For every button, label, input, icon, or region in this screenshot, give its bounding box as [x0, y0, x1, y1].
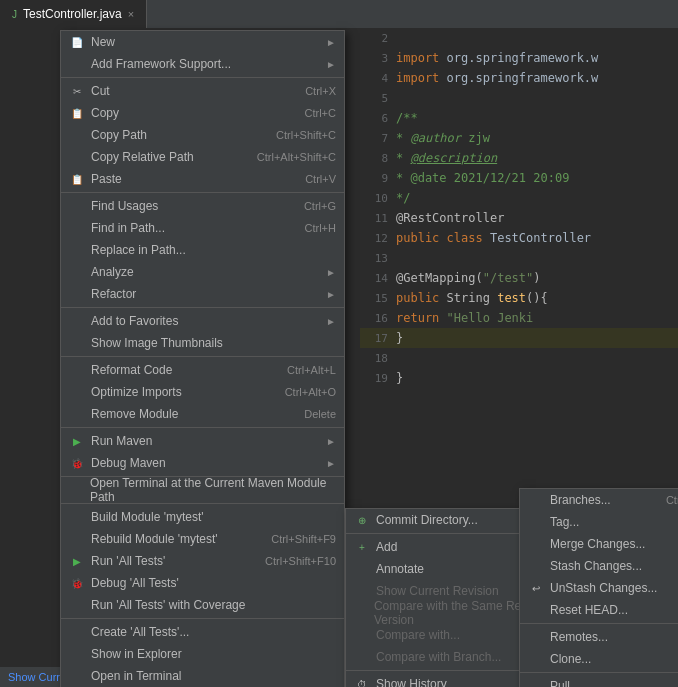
- menu-copy[interactable]: 📋Copy Ctrl+C: [61, 102, 344, 124]
- menu-run-maven[interactable]: ▶Run Maven ►: [61, 430, 344, 452]
- run-icon: ▶: [69, 433, 85, 449]
- tab-label: TestController.java: [23, 7, 122, 21]
- code-line-9: 9 * @date 2021/12/21 20:09: [360, 168, 678, 188]
- repository-submenu: Branches... Ctrl+Shift+' Tag... Merge Ch…: [519, 488, 678, 687]
- repo-reset-head[interactable]: Reset HEAD...: [520, 599, 678, 621]
- code-line-10: 10 */: [360, 188, 678, 208]
- sep3: [61, 307, 344, 308]
- repo-tag[interactable]: Tag...: [520, 511, 678, 533]
- debug-tests-icon: 🐞: [69, 575, 85, 591]
- menu-reformat[interactable]: Reformat Code Ctrl+Alt+L: [61, 359, 344, 381]
- code-line-8: 8 * @description: [360, 148, 678, 168]
- menu-cut[interactable]: ✂Cut Ctrl+X: [61, 80, 344, 102]
- sep2: [61, 192, 344, 193]
- menu-build-module[interactable]: Build Module 'mytest': [61, 506, 344, 528]
- repo-remotes[interactable]: Remotes...: [520, 626, 678, 648]
- find-icon: [69, 198, 85, 214]
- main-context-menu: 📄New ► Add Framework Support... ► ✂Cut C…: [60, 30, 345, 687]
- repo-pull[interactable]: Pull...: [520, 675, 678, 687]
- repo-stash[interactable]: Stash Changes...: [520, 555, 678, 577]
- menu-paste[interactable]: 📋Paste Ctrl+V: [61, 168, 344, 190]
- menu-open-terminal-maven[interactable]: Open Terminal at the Current Maven Modul…: [61, 479, 344, 501]
- history-icon: ⏱: [354, 676, 370, 687]
- sep8: [61, 618, 344, 619]
- run-tests-icon: ▶: [69, 553, 85, 569]
- copy-icon: 📋: [69, 105, 85, 121]
- menu-optimize-imports[interactable]: Optimize Imports Ctrl+Alt+O: [61, 381, 344, 403]
- paste-icon: 📋: [69, 171, 85, 187]
- close-icon[interactable]: ×: [128, 8, 134, 20]
- copy-path-icon: [69, 127, 85, 143]
- menu-open-terminal[interactable]: Open in Terminal: [61, 665, 344, 687]
- file-icon: J: [12, 9, 17, 20]
- code-line-15: 15 public String test(){: [360, 288, 678, 308]
- menu-run-tests[interactable]: ▶Run 'All Tests' Ctrl+Shift+F10: [61, 550, 344, 572]
- framework-icon: [69, 56, 85, 72]
- menu-show-explorer[interactable]: Show in Explorer: [61, 643, 344, 665]
- add-icon: +: [354, 539, 370, 555]
- new-icon: 📄: [69, 34, 85, 50]
- debug-icon: 🐞: [69, 455, 85, 471]
- repo-sep1: [520, 623, 678, 624]
- menu-copy-relative-path[interactable]: Copy Relative Path Ctrl+Alt+Shift+C: [61, 146, 344, 168]
- sep1: [61, 77, 344, 78]
- menu-create-tests[interactable]: Create 'All Tests'...: [61, 621, 344, 643]
- menu-analyze[interactable]: Analyze ►: [61, 261, 344, 283]
- code-line-13: 13: [360, 248, 678, 268]
- menu-show-image[interactable]: Show Image Thumbnails: [61, 332, 344, 354]
- menu-copy-path[interactable]: Copy Path Ctrl+Shift+C: [61, 124, 344, 146]
- sep4: [61, 356, 344, 357]
- code-line-16: 16 return "Hello Jenki: [360, 308, 678, 328]
- code-line-12: 12 public class TestController: [360, 228, 678, 248]
- menu-add-framework[interactable]: Add Framework Support... ►: [61, 53, 344, 75]
- menu-debug-maven[interactable]: 🐞Debug Maven ►: [61, 452, 344, 474]
- cut-icon: ✂: [69, 83, 85, 99]
- code-line-3: 3 import org.springframework.w: [360, 48, 678, 68]
- menu-debug-tests[interactable]: 🐞Debug 'All Tests': [61, 572, 344, 594]
- menu-add-favorites[interactable]: Add to Favorites ►: [61, 310, 344, 332]
- code-line-6: 6 /**: [360, 108, 678, 128]
- code-line-2: 2: [360, 28, 678, 48]
- code-line-7: 7 * @author zjw: [360, 128, 678, 148]
- tab-bar: J TestController.java ×: [0, 0, 678, 28]
- repo-unstash[interactable]: ↩UnStash Changes...: [520, 577, 678, 599]
- copy-rel-icon: [69, 149, 85, 165]
- unstash-icon: ↩: [528, 580, 544, 596]
- menu-replace-in-path[interactable]: Replace in Path...: [61, 239, 344, 261]
- commit-icon: ⊕: [354, 512, 370, 528]
- repo-sep2: [520, 672, 678, 673]
- tab-testcontroller[interactable]: J TestController.java ×: [0, 0, 147, 28]
- code-line-17: 17 }: [360, 328, 678, 348]
- menu-rebuild-module[interactable]: Rebuild Module 'mytest' Ctrl+Shift+F9: [61, 528, 344, 550]
- menu-remove-module[interactable]: Remove Module Delete: [61, 403, 344, 425]
- menu-new[interactable]: 📄New ►: [61, 31, 344, 53]
- code-line-4: 4 import org.springframework.w: [360, 68, 678, 88]
- menu-refactor[interactable]: Refactor ►: [61, 283, 344, 305]
- repo-clone[interactable]: Clone...: [520, 648, 678, 670]
- menu-run-coverage[interactable]: Run 'All Tests' with Coverage: [61, 594, 344, 616]
- code-line-5: 5: [360, 88, 678, 108]
- code-line-11: 11 @RestController: [360, 208, 678, 228]
- repo-merge[interactable]: Merge Changes...: [520, 533, 678, 555]
- code-line-18: 18: [360, 348, 678, 368]
- menu-find-in-path[interactable]: Find in Path... Ctrl+H: [61, 217, 344, 239]
- repo-branches[interactable]: Branches... Ctrl+Shift+': [520, 489, 678, 511]
- code-line-14: 14 @GetMapping("/test"): [360, 268, 678, 288]
- menu-find-usages[interactable]: Find Usages Ctrl+G: [61, 195, 344, 217]
- sep5: [61, 427, 344, 428]
- code-line-19: 19 }: [360, 368, 678, 388]
